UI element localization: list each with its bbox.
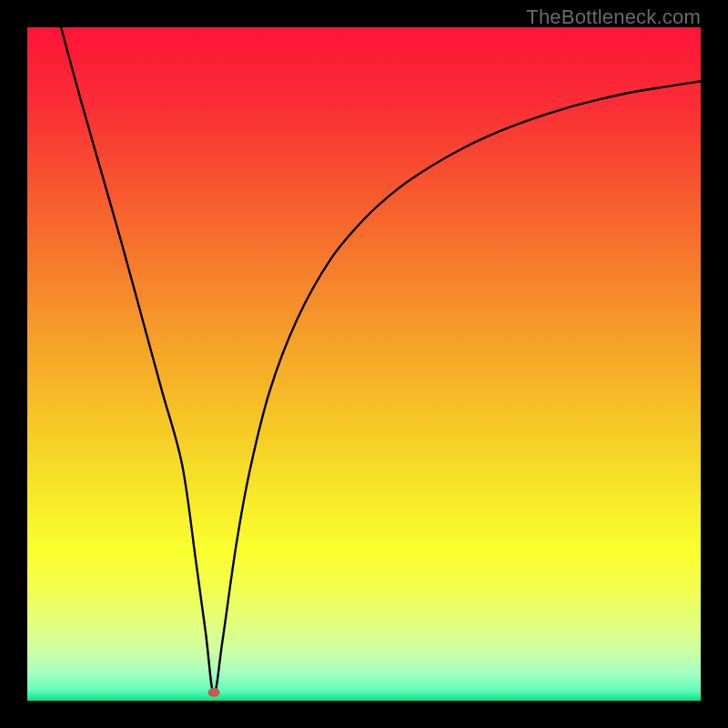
chart-frame: TheBottleneck.com (0, 0, 728, 728)
watermark-text: TheBottleneck.com (526, 5, 701, 29)
plot-area (27, 27, 701, 701)
svg-rect-0 (27, 27, 701, 701)
background-gradient (27, 27, 701, 701)
optimal-point-marker (207, 688, 219, 697)
